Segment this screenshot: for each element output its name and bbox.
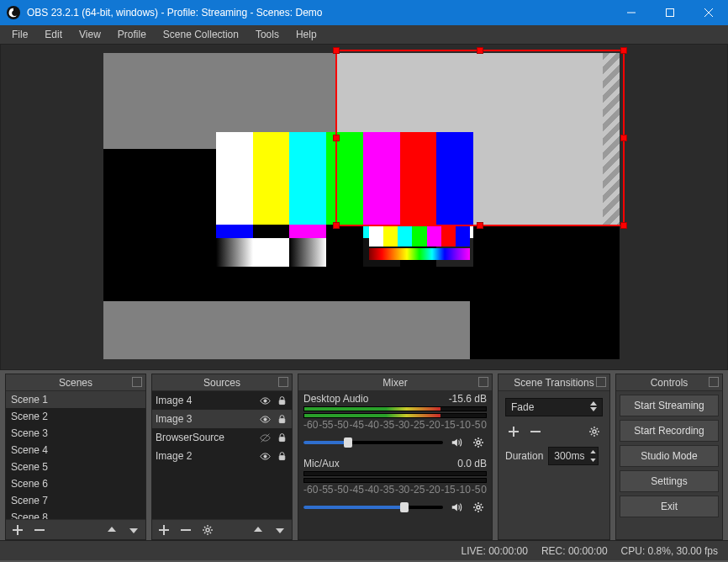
preview-area[interactable] <box>0 44 728 370</box>
transitions-body: Fade Duration 300ms <box>499 391 609 472</box>
dock-detach-icon[interactable] <box>278 377 288 387</box>
scene-item[interactable]: Scene 4 <box>6 442 145 459</box>
status-cpu: CPU: 0.8%, 30.00 fps <box>621 545 718 557</box>
visibility-toggle-icon[interactable] <box>258 412 272 426</box>
status-live: LIVE: 00:00:00 <box>461 545 527 557</box>
start-streaming-button[interactable]: Start Streaming <box>620 395 719 416</box>
mixer-channel-db: 0.0 dB <box>457 458 487 469</box>
svg-rect-9 <box>279 400 285 404</box>
status-rec: REC: 00:00:00 <box>541 545 608 557</box>
selection-handle-e[interactable] <box>620 135 627 141</box>
source-item[interactable]: BrowserSource <box>152 428 292 447</box>
move-scene-up-button[interactable] <box>103 522 120 538</box>
scene-item[interactable]: Scene 3 <box>6 425 145 442</box>
source-label: Image 4 <box>156 395 255 406</box>
scene-item[interactable]: Scene 8 <box>6 509 145 519</box>
window-title: OBS 23.2.1 (64-bit, windows) - Profile: … <box>27 7 612 19</box>
dock-detach-icon[interactable] <box>596 377 606 387</box>
svg-rect-11 <box>279 418 285 422</box>
volume-slider[interactable] <box>303 441 443 444</box>
duration-value: 300ms <box>554 450 584 462</box>
scenes-toolbar <box>6 519 145 539</box>
meter-scale: -60-55-50-45-40-35-30-25-20-15-10-50 <box>303 419 487 431</box>
move-scene-down-button[interactable] <box>125 522 142 538</box>
sources-title: Sources <box>152 374 292 391</box>
rainbow-strip <box>369 248 470 260</box>
sources-list[interactable]: Image 4Image 3BrowserSourceImage 2 <box>152 391 292 519</box>
duration-up-button[interactable] <box>588 448 598 456</box>
duration-input[interactable]: 300ms <box>548 447 599 465</box>
transitions-title: Scene Transitions <box>499 374 609 391</box>
lock-toggle-icon[interactable] <box>275 394 288 407</box>
controls-title-label: Controls <box>651 377 688 389</box>
svg-point-8 <box>263 399 266 401</box>
mixer-settings-button[interactable] <box>470 434 487 451</box>
remove-transition-button[interactable] <box>527 423 544 440</box>
volume-slider[interactable] <box>303 506 443 509</box>
minimize-button[interactable] <box>612 0 651 25</box>
menu-help[interactable]: Help <box>288 26 325 43</box>
scene-item[interactable]: Scene 6 <box>6 475 145 492</box>
visibility-toggle-icon[interactable] <box>258 394 272 407</box>
add-transition-button[interactable] <box>505 423 522 440</box>
lock-toggle-icon[interactable] <box>275 431 288 444</box>
sources-toolbar <box>152 519 292 539</box>
statusbar: LIVE: 00:00:00 REC: 00:00:00 CPU: 0.8%, … <box>0 540 728 560</box>
menu-view[interactable]: View <box>71 26 109 43</box>
mute-button[interactable] <box>448 434 465 451</box>
maximize-button[interactable] <box>651 0 689 25</box>
dock-detach-icon[interactable] <box>132 377 142 387</box>
settings-button[interactable]: Settings <box>620 470 719 492</box>
menu-file[interactable]: File <box>3 26 36 43</box>
preview-canvas[interactable] <box>103 53 620 359</box>
source-item[interactable]: Image 2 <box>152 447 292 465</box>
mixer-channel: Mic/Aux0.0 dB-60-55-50-45-40-35-30-25-20… <box>298 456 492 521</box>
source-properties-button[interactable] <box>199 522 216 538</box>
duration-down-button[interactable] <box>588 456 598 464</box>
audio-meter <box>303 413 487 418</box>
exit-button[interactable]: Exit <box>620 496 719 517</box>
controls-dock: Controls Start Streaming Start Recording… <box>615 374 723 540</box>
selection-handle-se[interactable] <box>620 222 627 229</box>
scenes-title: Scenes <box>6 374 145 391</box>
meter-scale: -60-55-50-45-40-35-30-25-20-15-10-50 <box>303 484 487 496</box>
mixer-channel-db: -15.6 dB <box>449 393 487 405</box>
lock-toggle-icon[interactable] <box>275 412 288 426</box>
studio-mode-button[interactable]: Studio Mode <box>620 445 719 467</box>
menu-edit[interactable]: Edit <box>36 26 71 43</box>
app-icon <box>7 6 20 19</box>
add-scene-button[interactable] <box>9 522 26 538</box>
visibility-toggle-icon[interactable] <box>258 431 272 444</box>
source-item[interactable]: Image 4 <box>152 391 292 410</box>
mixer-settings-button[interactable] <box>470 499 487 516</box>
visibility-toggle-icon[interactable] <box>258 449 272 463</box>
scenes-dock: Scenes Scene 1Scene 2Scene 3Scene 4Scene… <box>5 374 146 540</box>
move-source-down-button[interactable] <box>272 522 288 538</box>
transition-properties-button[interactable] <box>586 423 603 440</box>
scene-item[interactable]: Scene 5 <box>6 459 145 475</box>
add-source-button[interactable] <box>156 522 172 538</box>
lock-toggle-icon[interactable] <box>275 449 288 463</box>
source-item[interactable]: Image 3 <box>152 410 292 428</box>
mute-button[interactable] <box>448 499 465 516</box>
selection-handle-ne[interactable] <box>620 47 627 54</box>
source-label: Image 3 <box>156 413 255 425</box>
scene-item[interactable]: Scene 7 <box>6 492 145 509</box>
scene-item[interactable]: Scene 2 <box>6 408 145 425</box>
scene-item[interactable]: Scene 1 <box>6 391 145 408</box>
move-source-up-button[interactable] <box>250 522 266 538</box>
menu-profile[interactable]: Profile <box>109 26 155 43</box>
remove-source-button[interactable] <box>177 522 194 538</box>
transition-select[interactable]: Fade <box>505 398 603 416</box>
scenes-list[interactable]: Scene 1Scene 2Scene 3Scene 4Scene 5Scene… <box>6 391 145 519</box>
remove-scene-button[interactable] <box>31 522 48 538</box>
svg-point-20 <box>477 441 480 444</box>
close-button[interactable] <box>689 0 728 25</box>
duration-label: Duration <box>505 450 543 462</box>
dock-detach-icon[interactable] <box>478 377 488 387</box>
menu-scene-collection[interactable]: Scene Collection <box>155 26 247 43</box>
dock-detach-icon[interactable] <box>709 377 719 387</box>
start-recording-button[interactable]: Start Recording <box>620 420 719 442</box>
menu-tools[interactable]: Tools <box>247 26 288 43</box>
audio-meter <box>303 478 487 483</box>
